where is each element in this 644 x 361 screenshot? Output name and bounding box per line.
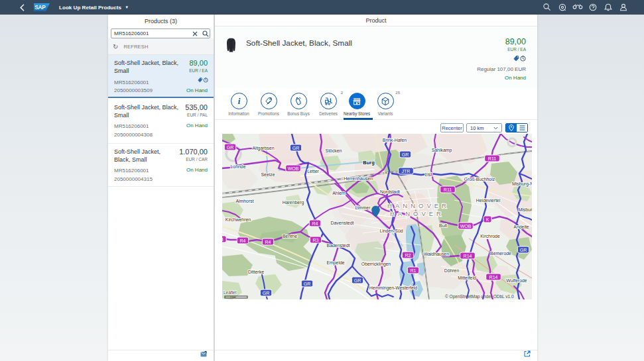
svg-text:Bult: Bult [439, 223, 447, 228]
svg-text:© OpenStreetMap under ODbL v1.: © OpenStreetMap under ODbL v1.0 [445, 294, 514, 299]
svg-text:WOB: WOB [288, 166, 299, 171]
svg-text:GR: GR [304, 282, 311, 286]
svg-text:Kirchwehren: Kirchwehren [225, 217, 251, 222]
svg-text:R14: R14 [489, 275, 498, 280]
svg-text:WOB: WOB [460, 224, 472, 229]
svg-text:2 km: 2 km [230, 295, 236, 299]
svg-text:Brink-Hafen: Brink-Hafen [383, 138, 407, 142]
svg-text:R2: R2 [405, 253, 411, 258]
svg-text:R11: R11 [444, 187, 452, 192]
svg-text:Wulferode: Wulferode [506, 278, 527, 283]
svg-text:Groß-Buchholz: Groß-Buchholz [464, 177, 495, 181]
svg-text:R11: R11 [488, 156, 496, 161]
svg-text:i: i [237, 97, 240, 105]
svg-text:Bemerode: Bemerode [490, 251, 511, 256]
svg-text:Oberricklingen: Oberricklingen [361, 262, 391, 267]
svg-text:Herrenhausen: Herrenhausen [344, 176, 373, 181]
svg-text:Seelze: Seelze [261, 172, 275, 177]
svg-text:Badenstedt: Badenstedt [327, 243, 350, 248]
svg-text:R4: R4 [265, 240, 271, 244]
svg-text:GR: GR [227, 145, 234, 150]
svg-text:Hemmingen-Westerfeld: Hemmingen-Westerfeld [369, 285, 417, 291]
svg-text:HANOVER: HANOVER [390, 210, 444, 217]
svg-text:Sahlkamp: Sahlkamp [432, 148, 452, 153]
svg-text:List: List [425, 172, 432, 177]
svg-text:Döhren: Döhren [444, 268, 460, 273]
svg-text:Letter: Letter [307, 169, 319, 174]
svg-text:Stöcken: Stöcken [326, 148, 342, 153]
svg-text:Ahlem: Ahlem [332, 191, 346, 195]
svg-text:Altgarbsen: Altgarbsen [253, 146, 275, 151]
svg-text:R3: R3 [313, 238, 319, 242]
svg-text:Andelte: Andelte [513, 225, 529, 229]
svg-text:R1: R1 [411, 268, 417, 273]
svg-text:Harenberg: Harenberg [283, 200, 304, 205]
svg-text:R4: R4 [240, 238, 246, 243]
svg-text:R4: R4 [312, 221, 318, 226]
svg-text:Nordstadt: Nordstadt [380, 189, 400, 194]
svg-text:K: K [486, 217, 489, 222]
svg-text:Heideviertel: Heideviertel [476, 198, 501, 203]
svg-text:Burg: Burg [363, 160, 375, 166]
svg-text:Benthe: Benthe [283, 234, 297, 238]
svg-text:Almhorst: Almhorst [235, 199, 253, 203]
svg-text:Waldhausen: Waldhausen [424, 252, 449, 256]
svg-text:Misburg-No: Misburg-No [512, 181, 532, 187]
svg-text:Linden-Süd: Linden-Süd [379, 229, 403, 233]
svg-text:Davenstedt: Davenstedt [331, 221, 354, 225]
svg-text:GR: GR [520, 248, 527, 252]
svg-text:JTR: JTR [402, 169, 411, 174]
svg-text:Leaflet: Leaflet [224, 290, 237, 295]
svg-text:Mittelfeld: Mittelfeld [458, 276, 476, 280]
svg-text:Misbur: Misbur [518, 207, 532, 212]
svg-text:GR: GR [292, 146, 300, 150]
svg-text:GR: GR [263, 291, 270, 295]
svg-text:Kirchrode: Kirchrode [480, 234, 500, 238]
svg-text:Empelde: Empelde [326, 260, 344, 266]
svg-text:Lohnde: Lohnde [231, 164, 246, 169]
svg-text:R14: R14 [464, 254, 472, 258]
svg-text:HANNOVER: HANNOVER [387, 202, 450, 209]
svg-text:GR: GR [354, 278, 361, 283]
svg-text:4: 4 [222, 237, 224, 242]
svg-text:GR: GR [402, 152, 409, 157]
svg-text:Limmer: Limmer [355, 205, 371, 210]
svg-text:Ditterke: Ditterke [248, 270, 264, 274]
svg-text:SAP: SAP [34, 5, 46, 11]
